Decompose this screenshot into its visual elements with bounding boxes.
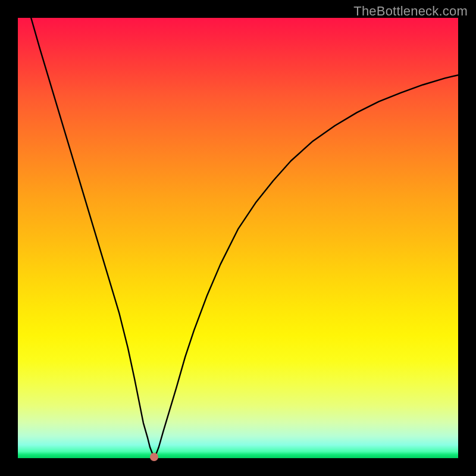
watermark-text: TheBottleneck.com [353, 4, 468, 19]
bottleneck-curve [31, 18, 458, 457]
marker-dot [150, 453, 158, 461]
chart-frame: TheBottleneck.com [0, 0, 476, 476]
plot-area [18, 18, 458, 458]
curve-svg [18, 18, 458, 458]
